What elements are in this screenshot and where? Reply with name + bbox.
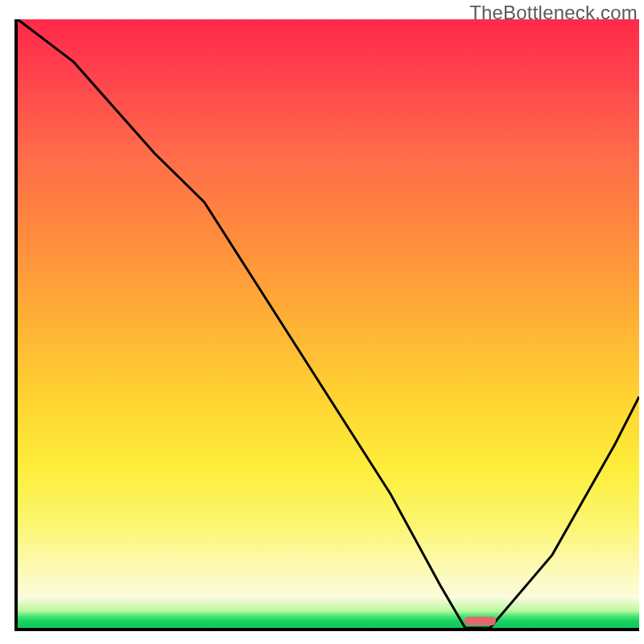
bottleneck-curve — [18, 19, 639, 628]
chart-frame: TheBottleneck.com — [0, 0, 644, 644]
optimum-marker — [464, 617, 496, 625]
curve-path — [18, 19, 639, 628]
plot-area — [14, 19, 639, 631]
